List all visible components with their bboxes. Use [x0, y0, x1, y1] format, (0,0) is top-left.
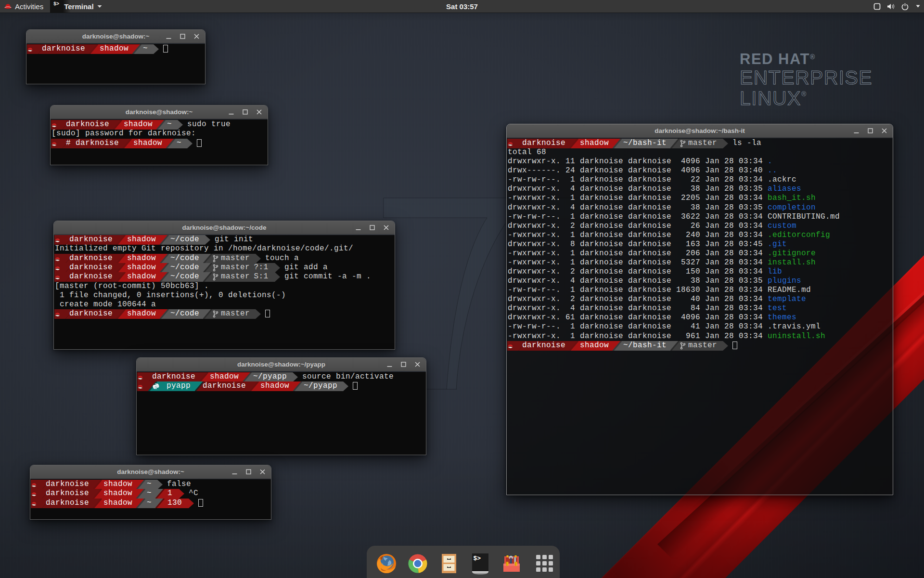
svg-text:$>: $>	[473, 555, 481, 562]
svg-text:®: ®	[801, 90, 807, 98]
svg-text:ENTERPRISE: ENTERPRISE	[740, 66, 873, 89]
svg-text:RED HAT®: RED HAT®	[740, 52, 816, 67]
svg-text:LINUX: LINUX	[740, 87, 801, 109]
